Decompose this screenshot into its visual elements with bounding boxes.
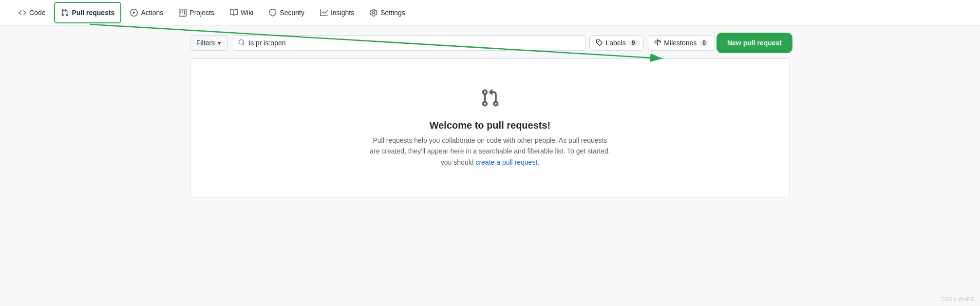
nav-wiki-label: Wiki	[241, 9, 253, 17]
labels-count: 9	[629, 39, 638, 46]
nav-actions-label: Actions	[141, 9, 163, 17]
filters-chevron-icon: ▼	[217, 40, 222, 46]
filter-bar: Filters ▼ Labels 9	[190, 35, 790, 51]
nav-code-label: Code	[29, 9, 45, 17]
nav-pull-requests[interactable]: Pull requests	[54, 2, 121, 23]
labels-label: Labels	[605, 39, 625, 47]
filters-label: Filters	[196, 39, 215, 47]
nav-settings-label: Settings	[380, 9, 405, 17]
empty-state-desc-part2: .	[537, 158, 539, 166]
projects-icon	[179, 9, 187, 17]
search-icon	[238, 39, 245, 47]
empty-state-title: Welcome to pull requests!	[200, 120, 780, 131]
search-box	[232, 35, 585, 51]
repo-nav: Code Pull requests Actions	[0, 0, 980, 25]
nav-security-label: Security	[280, 9, 304, 17]
nav-actions[interactable]: Actions	[123, 2, 170, 23]
create-pr-link[interactable]: create a pull request	[475, 158, 537, 166]
labels-icon	[596, 39, 603, 47]
main-content: Filters ▼ Labels 9	[178, 25, 802, 207]
milestones-icon	[654, 39, 661, 47]
nav-projects[interactable]: Projects	[172, 2, 221, 23]
new-pull-request-button[interactable]: New pull request	[719, 35, 790, 51]
nav-code[interactable]: Code	[12, 2, 52, 23]
milestones-button[interactable]: Milestones 0	[648, 35, 715, 51]
empty-state-container: Welcome to pull requests! Pull requests …	[190, 58, 790, 197]
nav-insights[interactable]: Insights	[313, 2, 361, 23]
milestones-count: 0	[699, 39, 709, 46]
code-icon	[19, 9, 26, 17]
labels-button[interactable]: Labels 9	[589, 35, 644, 51]
search-input[interactable]	[249, 39, 579, 47]
security-icon	[269, 9, 277, 17]
empty-state-icon	[200, 88, 780, 112]
nav-pull-requests-label: Pull requests	[72, 9, 114, 17]
settings-icon	[370, 9, 377, 17]
milestones-label: Milestones	[664, 39, 697, 47]
nav-wiki[interactable]: Wiki	[223, 2, 260, 23]
nav-settings[interactable]: Settings	[363, 2, 412, 23]
pr-icon	[61, 9, 69, 17]
nav-insights-label: Insights	[331, 9, 354, 17]
new-pr-label: New pull request	[727, 39, 782, 47]
filters-button[interactable]: Filters ▼	[190, 35, 228, 51]
empty-state-description: Pull requests help you collaborate on co…	[368, 135, 612, 168]
insights-icon	[320, 9, 328, 17]
wiki-icon	[230, 9, 238, 17]
actions-icon	[130, 9, 138, 17]
nav-projects-label: Projects	[189, 9, 214, 17]
page-wrapper: Code Pull requests Actions	[0, 0, 980, 207]
nav-security[interactable]: Security	[262, 2, 311, 23]
